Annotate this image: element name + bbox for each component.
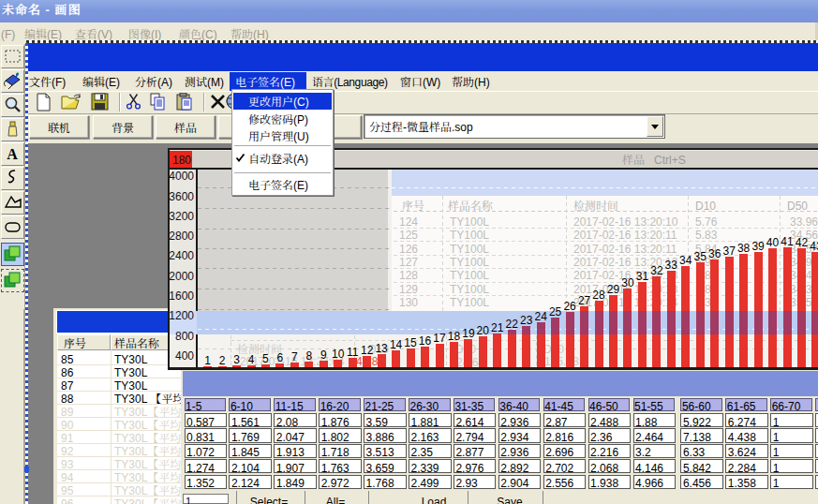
svg-text:A: A bbox=[7, 146, 18, 162]
